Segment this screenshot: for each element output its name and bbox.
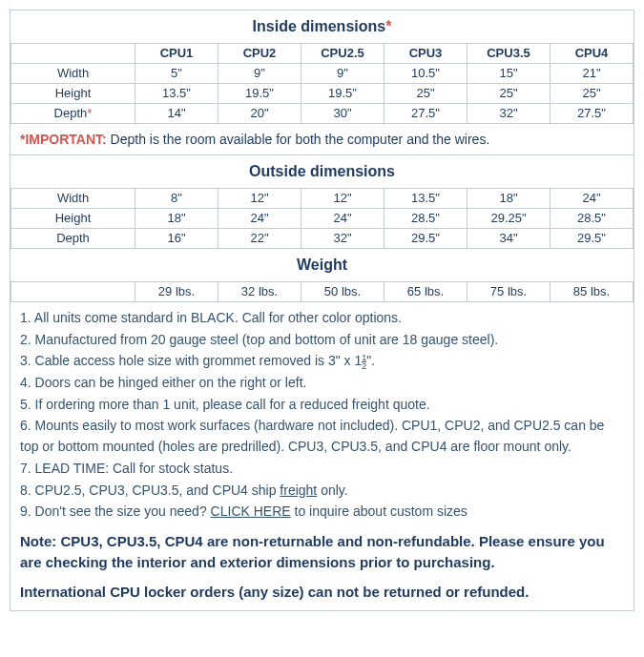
row-label: Width	[11, 189, 135, 209]
cell: 24"	[218, 209, 301, 229]
outside-depth-row: Depth 16" 22" 32" 29.5" 34" 29.5"	[11, 229, 634, 249]
cell: 15"	[467, 64, 551, 84]
cell: 29.25"	[467, 209, 551, 229]
cell: 24"	[301, 209, 384, 229]
inside-height-row: Height 13.5" 19.5" 19.5" 25" 25" 25"	[11, 84, 634, 104]
important-label: *IMPORTANT:	[20, 132, 107, 147]
inside-depth-row: Depth* 14" 20" 30" 27.5" 32" 27.5"	[11, 104, 634, 124]
asterisk-icon: *	[385, 18, 391, 34]
cell: 85 lbs.	[551, 282, 634, 302]
cell: 9"	[218, 64, 301, 84]
table-header-row: CPU1 CPU2 CPU2.5 CPU3 CPU3.5 CPU4	[11, 44, 634, 64]
cell: 8"	[135, 189, 218, 209]
weight-table: 29 lbs. 32 lbs. 50 lbs. 65 lbs. 75 lbs. …	[10, 281, 634, 302]
cell: 10.5"	[384, 64, 467, 84]
cell: 25"	[551, 84, 634, 104]
note-text: 8. CPU2.5, CPU3, CPU3.5, and CPU4 ship	[20, 482, 280, 498]
outside-dimensions-title: Outside dimensions	[10, 154, 634, 188]
row-label: Height	[11, 209, 135, 229]
cell: 20"	[218, 104, 301, 124]
inside-width-row: Width 5" 9" 9" 10.5" 15" 21"	[11, 64, 634, 84]
cell: 28.5"	[551, 209, 634, 229]
cell: 29.5"	[551, 229, 634, 249]
note-item: 9. Don't see the size you need? CLICK HE…	[20, 502, 624, 523]
blank-cell	[11, 282, 135, 302]
note-item: 6. Mounts easily to most work surfaces (…	[20, 416, 624, 457]
weight-row: 29 lbs. 32 lbs. 50 lbs. 65 lbs. 75 lbs. …	[11, 282, 634, 302]
international-note: International CPU locker orders (any siz…	[10, 580, 634, 610]
notes-list: 1. All units come standard in BLACK. Cal…	[10, 302, 634, 523]
note-text: to inquire about custom sizes	[291, 503, 467, 519]
cell: 16"	[135, 229, 218, 249]
non-returnable-note: Note: CPU3, CPU3.5, CPU4 are non-returna…	[10, 524, 634, 581]
cell: 19.5"	[301, 84, 384, 104]
col-cpu1: CPU1	[135, 44, 218, 64]
col-cpu2: CPU2	[218, 44, 301, 64]
inside-dimensions-title: Inside dimensions*	[10, 10, 634, 43]
inside-title-text: Inside dimensions	[253, 18, 386, 34]
cell: 65 lbs.	[384, 282, 467, 302]
note-text: 3. Cable access hole size with grommet r…	[20, 353, 362, 368]
cell: 18"	[135, 209, 218, 229]
col-cpu35: CPU3.5	[467, 44, 551, 64]
cell: 30"	[301, 104, 384, 124]
outside-width-row: Width 8" 12" 12" 13.5" 18" 24"	[11, 189, 634, 209]
blank-header	[11, 44, 135, 64]
cell: 27.5"	[551, 104, 634, 124]
note-text: 9. Don't see the size you need?	[20, 503, 211, 519]
note-item: 1. All units come standard in BLACK. Cal…	[20, 308, 624, 329]
note-item: 2. Manufactured from 20 gauge steel (top…	[20, 330, 624, 351]
outside-dimensions-table: Width 8" 12" 12" 13.5" 18" 24" Height 18…	[10, 188, 634, 249]
cell: 27.5"	[384, 104, 467, 124]
outside-height-row: Height 18" 24" 24" 28.5" 29.25" 28.5"	[11, 209, 634, 229]
cell: 75 lbs.	[467, 282, 551, 302]
cell: 32 lbs.	[218, 282, 301, 302]
row-label: Depth	[11, 229, 135, 249]
note-item: 4. Doors can be hinged either on the rig…	[20, 373, 624, 394]
inside-dimensions-table: CPU1 CPU2 CPU2.5 CPU3 CPU3.5 CPU4 Width …	[10, 43, 634, 124]
spec-panel: Inside dimensions* CPU1 CPU2 CPU2.5 CPU3…	[10, 10, 634, 611]
note-text: only.	[317, 482, 347, 498]
cell: 34"	[467, 229, 551, 249]
cell: 29 lbs.	[135, 282, 218, 302]
cell: 29.5"	[384, 229, 467, 249]
col-cpu3: CPU3	[384, 44, 467, 64]
row-label: Depth*	[11, 104, 135, 124]
note-item: 3. Cable access hole size with grommet r…	[20, 351, 624, 372]
cell: 13.5"	[384, 189, 467, 209]
cell: 24"	[551, 189, 634, 209]
cell: 22"	[218, 229, 301, 249]
custom-size-link[interactable]: CLICK HERE	[211, 503, 291, 519]
cell: 50 lbs.	[301, 282, 384, 302]
col-cpu4: CPU4	[551, 44, 634, 64]
freight-link[interactable]: freight	[280, 482, 317, 498]
depth-label-text: Depth	[54, 106, 88, 120]
note-item: 5. If ordering more than 1 unit, please …	[20, 395, 624, 416]
cell: 18"	[467, 189, 551, 209]
important-note: *IMPORTANT: Depth is the room available …	[10, 124, 634, 154]
cell: 28.5"	[384, 209, 467, 229]
cell: 32"	[467, 104, 551, 124]
row-label: Height	[11, 84, 135, 104]
important-text: Depth is the room available for both the…	[107, 132, 490, 147]
note-item: 8. CPU2.5, CPU3, CPU3.5, and CPU4 ship f…	[20, 481, 624, 502]
cell: 5"	[135, 64, 218, 84]
cell: 19.5"	[218, 84, 301, 104]
cell: 12"	[218, 189, 301, 209]
cell: 13.5"	[135, 84, 218, 104]
cell: 25"	[384, 84, 467, 104]
cell: 32"	[301, 229, 384, 249]
cell: 9"	[301, 64, 384, 84]
row-label: Width	[11, 64, 135, 84]
cell: 14"	[135, 104, 218, 124]
weight-title: Weight	[10, 249, 634, 281]
cell: 25"	[467, 84, 551, 104]
col-cpu25: CPU2.5	[301, 44, 384, 64]
note-item: 7. LEAD TIME: Call for stock status.	[20, 459, 624, 480]
note-text: ".	[366, 353, 375, 368]
cell: 21"	[551, 64, 634, 84]
asterisk-icon: *	[87, 106, 92, 120]
cell: 12"	[301, 189, 384, 209]
